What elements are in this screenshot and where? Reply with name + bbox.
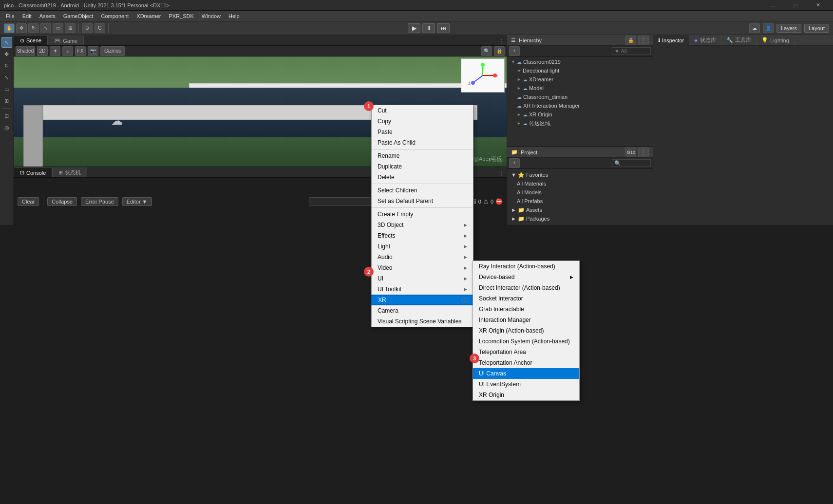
pause-button[interactable]: ⏸ (422, 23, 435, 33)
project-add-btn[interactable]: + (509, 158, 520, 168)
rotate-tool-button[interactable]: ↻ (28, 23, 39, 33)
menu-assets[interactable]: Assets (36, 12, 59, 20)
menu-edit[interactable]: Edit (19, 12, 36, 20)
project-packages[interactable]: ► 📁 Packages (509, 214, 651, 223)
inspector-tab-inspector[interactable]: ℹ Inspector (653, 35, 689, 46)
2d-button[interactable]: 2D (37, 46, 48, 56)
project-all-materials[interactable]: All Materials (509, 179, 651, 188)
ctx-ui[interactable]: UI (372, 273, 473, 284)
project-lock-btn[interactable]: ⚙10 (625, 148, 636, 157)
hier-model[interactable]: ► ☁ Model (507, 84, 653, 93)
inspector-tab-tools[interactable]: 🔧 工具库 (721, 35, 757, 46)
tab-state-machine[interactable]: ⊞ 状态机 (52, 168, 87, 177)
xr-teleportation-area[interactable]: Teleportation Area (473, 347, 579, 357)
project-options-btn[interactable]: ⋮ (638, 148, 649, 157)
tab-game[interactable]: 🎮 Game (48, 36, 84, 45)
play-button[interactable]: ▶ (408, 23, 420, 33)
minimize-button[interactable]: — (762, 0, 784, 11)
xr-origin[interactable]: XR Origin (473, 390, 579, 400)
hier-xr-origin[interactable]: ► ☁ XR Origin (507, 110, 653, 119)
xr-locomotion-system[interactable]: Locomotion System (Action-based) (473, 336, 579, 347)
transform-tool-button[interactable]: ⊞ (65, 23, 76, 33)
menu-gameobject[interactable]: GameObject (59, 12, 97, 20)
step-button[interactable]: ⏭ (437, 23, 450, 33)
xr-origin-action-based[interactable]: XR Origin (Action-based) (473, 325, 579, 336)
hier-xdreamer[interactable]: ► ☁ XDreamer (507, 75, 653, 84)
collab-button[interactable]: ☁ (749, 23, 760, 33)
ctx-effects[interactable]: Effects (372, 230, 473, 241)
fx-button[interactable]: FX (75, 46, 86, 56)
layers-dropdown[interactable]: Layers (776, 24, 801, 33)
ctx-audio[interactable]: Audio (372, 252, 473, 262)
xr-grab-interactable[interactable]: Grab Interactable (473, 304, 579, 315)
scale-tool[interactable]: ⤡ (1, 72, 12, 83)
project-all-prefabs[interactable]: All Prefabs (509, 197, 651, 205)
audio-button[interactable]: ♪ (62, 46, 73, 56)
account-button[interactable]: 👤 (763, 23, 774, 33)
hierarchy-add-btn[interactable]: + (509, 46, 520, 56)
bottom-tab-options[interactable]: ⋮ (496, 169, 507, 177)
ctx-create-empty[interactable]: Create Empty (372, 209, 473, 220)
ctx-select-children[interactable]: Select Children (372, 185, 473, 196)
maximize-button[interactable]: □ (784, 0, 807, 11)
ctx-delete[interactable]: Delete (372, 172, 473, 183)
rect-tool-button[interactable]: ▭ (53, 23, 63, 33)
scene-camera-btn[interactable]: 📷 (88, 46, 98, 56)
ctx-camera[interactable]: Camera (372, 305, 473, 316)
lighting-button[interactable]: ☀ (50, 46, 60, 56)
lock-scene-btn[interactable]: 🔒 (494, 46, 505, 56)
hand-tool-button[interactable]: ✋ (4, 23, 15, 33)
gizmos-btn[interactable]: Gizmos (100, 46, 125, 56)
project-search-input[interactable] (612, 159, 651, 167)
ctx-duplicate[interactable]: Duplicate (372, 161, 473, 172)
ctx-set-default-parent[interactable]: Set as Default Parent (372, 196, 473, 206)
pivot-button[interactable]: ⊙ (82, 23, 93, 33)
hier-transfer-area[interactable]: ► ☁ 传送区域 (507, 119, 653, 128)
rect-tool[interactable]: ▭ (1, 84, 12, 94)
xr-interaction-manager[interactable]: Interaction Manager (473, 315, 579, 325)
xr-ray-interactor[interactable]: Ray Interactor (Action-based) (473, 261, 579, 272)
menu-help[interactable]: Help (225, 12, 244, 20)
project-favorites[interactable]: ▼ ⭐ Favorites (509, 170, 651, 179)
menu-window[interactable]: Window (198, 12, 225, 20)
xr-direct-interactor[interactable]: Direct Interactor (Action-based) (473, 282, 579, 293)
tab-scene[interactable]: ⊙ Scene (14, 36, 48, 45)
layout-dropdown[interactable]: Layout (804, 24, 829, 33)
error-pause-button[interactable]: Error Pause (81, 197, 118, 206)
ctx-rename[interactable]: Rename (372, 150, 473, 161)
tab-console[interactable]: ⊡ Console (14, 168, 52, 177)
close-button[interactable]: ✕ (807, 0, 829, 11)
global-button[interactable]: G (95, 23, 105, 33)
project-assets[interactable]: ► 📁 Assets (509, 205, 651, 214)
ctx-xr[interactable]: XR (371, 295, 473, 305)
hierarchy-search-input[interactable] (612, 47, 651, 55)
ctx-ui-toolkit[interactable]: UI Toolkit (372, 284, 473, 295)
ctx-paste[interactable]: Paste (372, 127, 473, 137)
tab-options-button[interactable]: ⋮ (496, 37, 507, 45)
select-tool[interactable]: ↖ (1, 37, 12, 48)
translate-tool[interactable]: ✥ (1, 49, 12, 59)
editor-button[interactable]: Editor ▼ (122, 197, 152, 206)
xr-socket-interactor[interactable]: Socket Interactor (473, 293, 579, 304)
gizmo-tool[interactable]: ◎ (1, 122, 12, 133)
ctx-video[interactable]: Video (372, 262, 473, 273)
hierarchy-lock-btn[interactable]: 🔒 (625, 36, 636, 45)
scale-tool-button[interactable]: ⤡ (40, 23, 51, 33)
menu-pxrsdk[interactable]: PXR_SDK (165, 12, 197, 20)
ctx-cut[interactable]: Cut (372, 105, 473, 116)
menu-xdreamer[interactable]: XDreamer (133, 12, 165, 20)
rotate-tool[interactable]: ↻ (1, 60, 12, 71)
xr-ui-eventsystem[interactable]: UI EventSystem (473, 379, 579, 390)
inspector-tab-status[interactable]: ◈ 状态库 (689, 35, 721, 46)
collapse-button[interactable]: Collapse (47, 197, 77, 206)
snap-tool[interactable]: ⊡ (1, 111, 12, 121)
search-scene-btn[interactable]: 🔍 (481, 46, 492, 56)
project-all-models[interactable]: All Models (509, 188, 651, 197)
hier-classroom-dimian[interactable]: ☁ Classroom_dimian (507, 93, 653, 101)
xr-device-based[interactable]: Device-based ▶ (473, 272, 579, 282)
xr-ui-canvas[interactable]: UI Canvas (473, 368, 579, 379)
inspector-tab-lighting[interactable]: 💡 Lighting (757, 35, 795, 46)
ctx-paste-as-child[interactable]: Paste As Child (372, 137, 473, 148)
clear-button[interactable]: Clear (18, 197, 39, 206)
move-tool-button[interactable]: ✥ (16, 23, 27, 33)
